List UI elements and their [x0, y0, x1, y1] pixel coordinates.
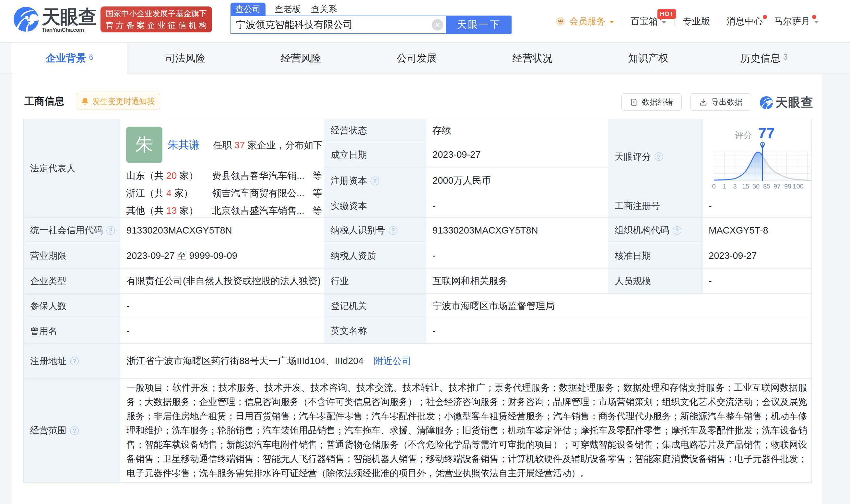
help-icon[interactable]: ?: [655, 152, 663, 161]
top-header: 天眼查 TianYanCha.com 国家中小企业发展子基金旗下 官方备案企业征…: [0, 0, 850, 42]
tianyancha-swirl-icon: [14, 7, 39, 32]
tianyan-score-cell: 评分77: [702, 119, 812, 194]
help-icon[interactable]: ?: [70, 357, 79, 365]
search-submit-button[interactable]: 天眼一下: [446, 16, 511, 34]
notify-button-label: 发生变更时通知我: [92, 96, 155, 107]
field-label-biz-term: 营业期限: [24, 243, 120, 269]
field-value-approval-date: 2023-09-27: [702, 243, 812, 269]
field-value-english-name: -: [426, 319, 812, 344]
field-value-paid-capital: -: [426, 194, 608, 218]
logo-text-block: 天眼查 TianYanCha.com: [42, 7, 96, 33]
field-label-approval-date: 核准日期: [608, 243, 702, 269]
field-label-tianyan-score: 天眼评分?: [608, 119, 702, 194]
field-label-insured-count: 参保人数: [24, 294, 120, 319]
field-value-status: 存续: [426, 119, 608, 142]
clear-search-icon[interactable]: [432, 19, 443, 31]
field-value-company-type: 有限责任公司(非自然人投资或控股的法人独资): [120, 269, 324, 294]
tab-company-development[interactable]: 公司发展: [359, 43, 474, 73]
bell-icon: [81, 97, 88, 106]
help-icon[interactable]: ?: [70, 426, 79, 435]
field-label-reg-capital: 注册资本?: [324, 167, 426, 194]
field-label-biz-scope: 经营范围?: [24, 379, 120, 483]
menu-vip-label: 会员服务: [569, 15, 606, 28]
menu-pro-label: 专业版: [683, 15, 710, 28]
region-distribution-row: 浙江（共 4 家） 领吉汽车商贸有限公... 等: [126, 187, 322, 200]
tab-history-info[interactable]: 历史信息3: [706, 43, 822, 73]
field-label-org-code: 组织机构代码?: [608, 218, 702, 243]
field-value-biz-term: 2023-09-27 至 9999-09-09: [120, 243, 324, 269]
correct-button-label: 数据纠错: [642, 97, 673, 107]
search-tabs: 查公司 查老板 查关系: [230, 3, 511, 16]
tab-count: 6: [89, 53, 93, 62]
region-more[interactable]: 等: [313, 204, 322, 217]
score-pin-icon: [760, 142, 765, 149]
region-more[interactable]: 等: [313, 187, 322, 200]
search-tab-relation[interactable]: 查关系: [308, 3, 341, 15]
help-icon[interactable]: ?: [106, 226, 115, 235]
tab-count: 3: [783, 53, 788, 61]
menu-toolbox-label: 百宝箱: [630, 15, 658, 28]
field-label-paid-capital: 实缴资本: [324, 194, 426, 218]
region-distribution-row: 其他（共 13 家） 北京领吉盛汽车销售... 等: [126, 204, 322, 217]
field-label-legal-rep: 法定代表人: [24, 119, 120, 218]
company-nav-tabs: 企业背景6 司法风险 经营风险 公司发展 经营状况 知识产权 历史信息3: [0, 42, 850, 74]
download-icon: [699, 98, 707, 106]
legal-rep-name-link[interactable]: 朱其谦: [168, 138, 200, 152]
menu-toolbox[interactable]: 百宝箱 HOT: [622, 0, 674, 42]
logo-title: 天眼查: [42, 8, 96, 26]
score-value: 77: [758, 125, 775, 142]
menu-user-account[interactable]: 马尔萨月: [771, 0, 827, 42]
field-value-former-name: -: [120, 319, 324, 344]
notify-on-change-button[interactable]: 发生变更时通知我: [76, 93, 160, 109]
field-label-reg-number: 工商注册号: [608, 194, 702, 218]
menu-message-center[interactable]: 消息中心: [718, 0, 771, 42]
logo-domain: TianYanCha.com: [42, 27, 96, 33]
field-value-org-code: MACXGY5T-8: [702, 218, 812, 243]
field-label-reg-authority: 登记机关: [324, 294, 426, 319]
official-badge: 国家中小企业发展子基金旗下 官方备案企业征信机构: [101, 6, 212, 32]
field-value-reg-authority: 宁波市海曙区市场监督管理局: [426, 294, 812, 319]
field-value-industry: 互联网和相关服务: [426, 269, 608, 294]
tab-intellectual-property[interactable]: 知识产权: [590, 43, 706, 73]
field-value-insured-count: -: [120, 294, 324, 319]
report-error-icon: [630, 98, 638, 106]
help-icon[interactable]: ?: [370, 177, 379, 185]
tab-operation-risk[interactable]: 经营风险: [243, 43, 359, 73]
export-data-button[interactable]: 导出数据: [691, 93, 751, 111]
site-logo[interactable]: 天眼查 TianYanCha.com: [14, 7, 96, 33]
menu-pro-version[interactable]: 专业版: [675, 0, 718, 42]
field-value-reg-number: -: [702, 194, 812, 218]
help-icon[interactable]: ?: [389, 226, 397, 235]
field-value-biz-scope: 一般项目：软件开发；技术服务、技术开发、技术咨询、技术交流、技术转让、技术推广；…: [120, 379, 812, 483]
vip-caret-icon: [609, 21, 614, 24]
region-company-link[interactable]: 北京领吉盛汽车销售...: [212, 204, 311, 217]
data-correction-button[interactable]: 数据纠错: [622, 93, 682, 111]
export-button-label: 导出数据: [711, 97, 742, 107]
legal-rep-avatar[interactable]: 朱: [126, 127, 162, 163]
region-more[interactable]: 等: [313, 169, 322, 182]
region-distribution-row: 山东（共 20 家） 费县领吉春华汽车销... 等: [126, 169, 322, 182]
tab-judicial-risk[interactable]: 司法风险: [127, 43, 243, 73]
menu-vip-services[interactable]: 会员服务: [553, 0, 622, 42]
tab-company-background[interactable]: 企业背景6: [12, 43, 127, 74]
tab-operation-status[interactable]: 经营状况: [474, 43, 590, 73]
search-tab-boss[interactable]: 查老板: [271, 3, 304, 15]
field-label-est-date: 成立日期: [324, 142, 426, 167]
crown-icon: [556, 17, 565, 26]
score-axis-labels: 0131550859799100: [714, 183, 811, 191]
search-row: 天眼一下: [230, 16, 511, 34]
region-company-link[interactable]: 费县领吉春华汽车销...: [212, 169, 311, 182]
search-tab-company[interactable]: 查公司: [230, 3, 265, 16]
field-value-reg-capital: 2000万人民币: [426, 167, 608, 194]
watermark-swirl-icon: [760, 96, 773, 109]
legal-rep-tenure: 任职 37 家企业，分布如下: [213, 139, 323, 152]
toolbox-caret-icon: [662, 21, 666, 24]
region-company-link[interactable]: 领吉汽车商贸有限公...: [212, 187, 311, 200]
badge-line2: 官方备案企业征信机构: [106, 19, 207, 31]
tenure-count: 37: [235, 140, 245, 150]
search-input[interactable]: [231, 16, 446, 33]
help-icon[interactable]: ?: [673, 226, 681, 235]
search-module: 查公司 查老板 查关系 天眼一下: [230, 3, 511, 34]
field-label-reg-address: 注册地址?: [24, 344, 120, 379]
nearby-companies-link[interactable]: 附近公司: [374, 355, 411, 367]
